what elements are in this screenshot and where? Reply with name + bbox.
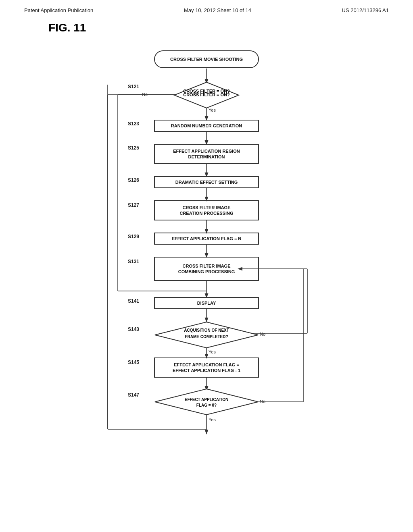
svg-text:ACQUISITION OF NEXT: ACQUISITION OF NEXT (184, 328, 229, 332)
s131-label: S131 (128, 259, 139, 264)
s121-label: S121 (128, 84, 139, 89)
header-middle: May 10, 2012 Sheet 10 of 14 (184, 7, 251, 13)
s125-label: S125 (128, 145, 139, 151)
s126-label: S126 (128, 177, 139, 183)
s147-yes-label: Yes (209, 417, 216, 422)
s125-node: EFFECT APPLICATION REGION DETERMINATION (154, 144, 259, 164)
start-node: CROSS FILTER MOVIE SHOOTING (154, 50, 259, 68)
header-right: US 2012/113296 A1 (342, 7, 389, 13)
s127-node: CROSS FILTER IMAGE CREATION PROCESSING (154, 200, 259, 220)
s129-node: EFFECT APPLICATION FLAG = N (154, 233, 259, 245)
s147-no-label: No (260, 399, 265, 404)
s145-node: EFFECT APPLICATION FLAG = EFFECT APPLICA… (154, 357, 259, 378)
s121-no-label: No (142, 92, 148, 97)
s121-yes-label: Yes (209, 108, 216, 112)
svg-marker-31 (155, 389, 258, 415)
s147-label: S147 (128, 392, 139, 398)
s123-label: S123 (128, 121, 139, 127)
svg-text:FLAG = 0?: FLAG = 0? (196, 403, 217, 407)
svg-text:EFFECT APPLICATION: EFFECT APPLICATION (185, 397, 228, 402)
s131-node: CROSS FILTER IMAGE COMBINING PROCESSING (154, 257, 259, 281)
s147-diamond-shape: EFFECT APPLICATION FLAG = 0? (154, 388, 259, 416)
s143-yes-label: Yes (209, 349, 216, 354)
s121-text: CROSS FILTER = ON? (183, 92, 230, 97)
s143-label: S143 (128, 326, 139, 332)
s126-node: DRAMATIC EFFECT SETTING (154, 176, 259, 188)
s141-node: DISPLAY (154, 297, 259, 309)
s145-label: S145 (128, 360, 139, 365)
s129-label: S129 (128, 234, 139, 239)
s127-label: S127 (128, 202, 139, 208)
s143-no-label: No (260, 332, 265, 337)
s143-diamond-shape: ACQUISITION OF NEXT FRAME COMPLETED? (154, 321, 259, 349)
header-left: Patent Application Publication (24, 7, 93, 13)
svg-text:FRAME COMPLETED?: FRAME COMPLETED? (185, 335, 228, 339)
s123-node: RANDOM NUMBER GENERATION (154, 120, 259, 132)
figure-label: FIG. 11 (48, 21, 413, 34)
s141-label: S141 (128, 298, 139, 304)
